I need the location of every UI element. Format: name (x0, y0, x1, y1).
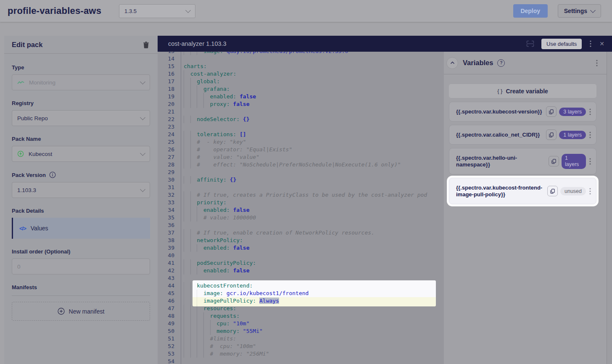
variable-name: {{.spectro.var.kubecost-version}} (456, 108, 543, 115)
code-line: 51#limits: (158, 335, 444, 343)
line-number: 19 (158, 93, 174, 100)
use-defaults-button[interactable]: Use defaults (541, 39, 582, 49)
line-number: 43 (158, 274, 174, 282)
editor-header-actions: Use defaults ✕ (526, 39, 604, 49)
code-line: 35# value: 1000000 (158, 214, 444, 222)
create-variable-button[interactable]: { } Create variable (449, 84, 596, 98)
line-number: 51 (158, 335, 174, 343)
pack-version-value: 1.103.3 (17, 187, 36, 193)
line-number: 24 (158, 131, 174, 138)
variable-kebab-menu-icon[interactable] (588, 108, 592, 116)
line-number: 25 (158, 138, 174, 146)
braces-icon: { } (497, 88, 502, 94)
registry-select[interactable]: Public Repo (12, 110, 150, 126)
profile-version-select[interactable]: 1.3.5 (119, 4, 195, 18)
code-line: 40 (158, 252, 444, 259)
manifests-divider (12, 295, 150, 296)
code-lines: 13image: quay.io/prometheus/prometheus:v… (158, 52, 444, 364)
variable-card[interactable]: {{.spectro.var.hello-uni-namespace}}1 la… (449, 148, 596, 174)
line-number: 14 (158, 55, 174, 63)
kebab-dots-icon (590, 40, 591, 47)
code-line: 52# cpu: "100m" (158, 343, 444, 350)
variable-kebab-menu-icon[interactable] (588, 157, 592, 166)
close-icon[interactable]: ✕ (599, 41, 604, 47)
copy-variable-button[interactable] (546, 129, 557, 140)
line-number: 37 (158, 229, 174, 237)
line-number: 26 (158, 146, 174, 153)
code-line: 36 (158, 222, 444, 229)
variable-card[interactable]: {{.spectro.var.kubecost-frontend-image-p… (449, 178, 596, 204)
variables-panel-body: { } Create variable {{.spectro.var.kubec… (444, 84, 607, 204)
pack-name-select[interactable]: Kubecost (12, 146, 150, 162)
kubecost-icon (17, 150, 24, 157)
code-line: 42enabled: false (158, 267, 444, 274)
code-line: 47resources: (158, 305, 444, 312)
chevron-down-icon (185, 8, 191, 13)
line-number: 45 (158, 290, 174, 297)
copy-icon (549, 109, 554, 115)
page-scrollbar[interactable] (607, 52, 612, 364)
code-line: 31 (158, 184, 444, 191)
copy-variable-button[interactable] (547, 186, 558, 196)
code-text: kubecostFrontend: (184, 282, 444, 290)
variable-card[interactable]: {{.spectro.var.calico_net_CIDR}}1 layers (449, 125, 596, 145)
code-text: resources: (184, 305, 444, 312)
edit-pack-title: Edit pack (12, 41, 42, 49)
settings-button[interactable]: Settings (558, 4, 601, 18)
variables-kebab-menu-icon[interactable] (595, 59, 599, 67)
values-label: Values (31, 225, 48, 232)
variable-name: {{.spectro.var.kubecost-frontend-image-p… (456, 185, 545, 198)
variables-title: Variables (463, 59, 493, 67)
code-line: 18grafana: (158, 85, 444, 93)
line-number: 39 (158, 244, 174, 252)
variable-kebab-menu-icon[interactable] (588, 131, 592, 139)
delete-pack-button[interactable] (142, 40, 150, 49)
line-number: 29 (158, 169, 174, 176)
split-view-icon[interactable] (526, 40, 534, 47)
code-line: 23 (158, 123, 444, 131)
code-line: 41podSecurityPolicy: (158, 259, 444, 267)
code-line: 21 (158, 108, 444, 116)
copy-variable-button[interactable] (546, 106, 557, 117)
trash-icon (143, 41, 149, 48)
pack-version-label: Pack Version (12, 171, 150, 178)
collapse-panel-button[interactable] (446, 57, 458, 69)
manifests-label: Manifests (12, 284, 150, 290)
line-number: 40 (158, 252, 174, 259)
copy-icon (549, 132, 554, 138)
pack-version-select[interactable]: 1.103.3 (12, 182, 150, 198)
type-select[interactable]: Monitoring (12, 74, 150, 90)
variable-card[interactable]: {{.spectro.var.kubecost-version}}3 layer… (449, 102, 596, 121)
install-order-input[interactable] (12, 258, 150, 274)
copy-variable-button[interactable] (549, 156, 559, 166)
help-icon[interactable]: ? (497, 59, 505, 67)
kebab-dots-icon (589, 132, 591, 138)
variable-kebab-menu-icon[interactable] (588, 187, 592, 195)
line-number: 50 (158, 327, 174, 335)
line-number: 35 (158, 214, 174, 222)
code-line: 25# - key: "key" (158, 138, 444, 146)
usage-badge: 1 layers (562, 154, 586, 169)
line-number: 27 (158, 153, 174, 161)
pack-details-values-tab[interactable]: </> Values (12, 218, 150, 239)
code-line: 26# operator: "Equal|Exists" (158, 146, 444, 153)
code-text: cpu: "10m" (184, 320, 444, 327)
editor-kebab-menu-icon[interactable] (589, 40, 592, 48)
deploy-button[interactable]: Deploy (513, 4, 548, 18)
code-text: charts: (184, 63, 444, 70)
code-line: 22nodeSelector: {} (158, 116, 444, 123)
code-line: 38networkPolicy: (158, 237, 444, 244)
code-text: # cpu: "100m" (184, 343, 444, 350)
edit-pack-body: Type Monitoring Registry Public Repo Pac… (4, 54, 158, 328)
code-text: nodeSelector: {} (184, 116, 444, 123)
code-line: 19enabled: false (158, 93, 444, 100)
code-editor-area[interactable]: 13image: quay.io/prometheus/prometheus:v… (158, 52, 444, 364)
code-line: 14 (158, 55, 444, 63)
usage-badge: 1 layers (559, 131, 586, 139)
code-line: 37# If true, enable creation of NetworkP… (158, 229, 444, 237)
new-manifest-button[interactable]: New manifest (12, 302, 150, 321)
selected-text: Always (259, 298, 279, 304)
pack-version-label-text: Pack Version (12, 172, 46, 178)
info-icon (49, 171, 56, 178)
code-line: 53# memory: "256Mi" (158, 350, 444, 358)
